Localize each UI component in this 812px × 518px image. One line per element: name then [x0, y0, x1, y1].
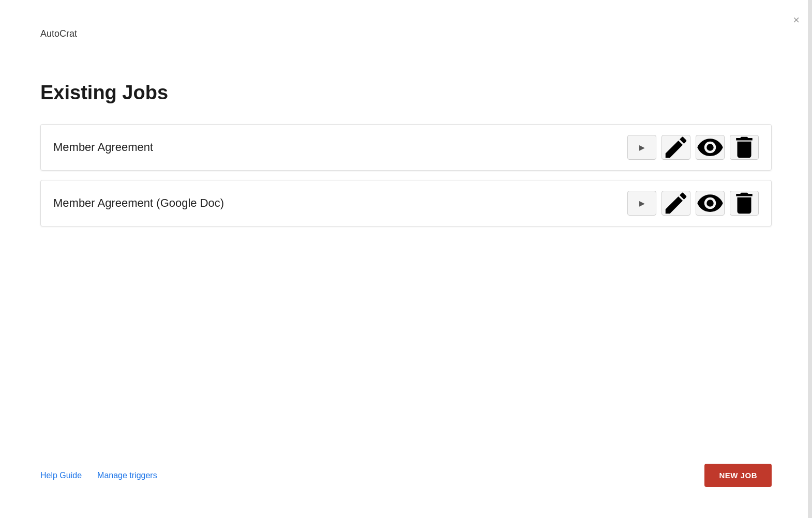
edit-job-button[interactable]: [661, 135, 690, 160]
trash-icon: [730, 133, 758, 161]
eye-icon: [696, 189, 724, 217]
close-button[interactable]: ×: [793, 14, 800, 26]
help-guide-link[interactable]: Help Guide: [40, 471, 82, 480]
job-card: Member Agreement (Google Doc): [40, 180, 772, 226]
footer: Help Guide Manage triggers NEW JOB: [40, 464, 772, 487]
edit-job-button[interactable]: [661, 191, 690, 216]
run-job-button[interactable]: [627, 135, 656, 160]
manage-triggers-link[interactable]: Manage triggers: [97, 471, 157, 480]
edit-icon: [662, 189, 690, 217]
job-actions: [627, 135, 759, 160]
footer-links: Help Guide Manage triggers: [40, 471, 157, 480]
play-icon: [639, 199, 645, 208]
right-border-accent: [808, 0, 812, 518]
play-icon: [639, 143, 645, 152]
delete-job-button[interactable]: [730, 191, 759, 216]
new-job-button[interactable]: NEW JOB: [704, 464, 772, 487]
eye-icon: [696, 133, 724, 161]
delete-job-button[interactable]: [730, 135, 759, 160]
edit-icon: [662, 133, 690, 161]
trash-icon: [730, 189, 758, 217]
view-job-button[interactable]: [696, 191, 725, 216]
page-title: Existing Jobs: [40, 82, 168, 104]
view-job-button[interactable]: [696, 135, 725, 160]
job-card: Member Agreement: [40, 124, 772, 171]
app-title: AutoCrat: [40, 28, 77, 39]
job-name: Member Agreement: [53, 141, 153, 154]
run-job-button[interactable]: [627, 191, 656, 216]
job-name: Member Agreement (Google Doc): [53, 196, 224, 210]
jobs-list: Member Agreement Member: [40, 124, 772, 236]
job-actions: [627, 191, 759, 216]
